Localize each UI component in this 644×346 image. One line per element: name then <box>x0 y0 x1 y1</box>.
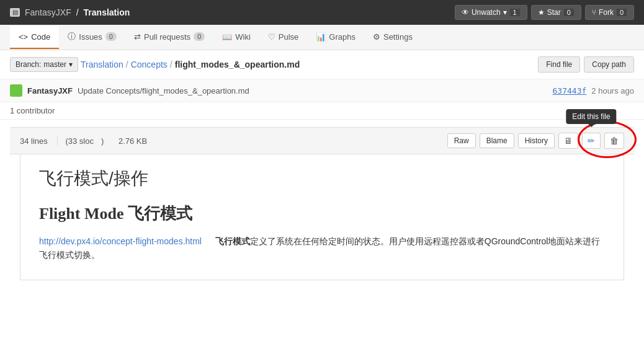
tab-graphs-label: Graphs <box>329 32 356 42</box>
chevron-down-icon: ▾ <box>69 60 73 69</box>
tab-pulse[interactable]: ♡ Pulse <box>259 26 308 49</box>
find-file-button[interactable]: Find file <box>538 56 580 73</box>
history-button[interactable]: History <box>518 133 555 148</box>
unwatch-button[interactable]: 👁 Unwatch ▾ 1 <box>455 5 527 20</box>
repo-name-link[interactable]: Translation <box>84 7 130 17</box>
fork-icon: ⑂ <box>592 8 596 17</box>
commit-bar: FantasyJXF Update Concepts/flight_modes_… <box>0 79 644 102</box>
blame-button[interactable]: Blame <box>480 133 514 148</box>
fork-count: 0 <box>616 8 627 17</box>
file-section: 34 lines (33 sloc) 2.76 KB Raw Blame His… <box>10 127 634 280</box>
avatar <box>10 84 22 97</box>
fork-button[interactable]: ⑂ Fork 0 <box>585 5 634 20</box>
delete-button[interactable]: 🗑 <box>604 133 624 149</box>
branch-label: Branch: <box>16 60 41 69</box>
unwatch-chevron-icon: ▾ <box>503 8 507 17</box>
tab-graphs[interactable]: 📊 Graphs <box>307 26 364 49</box>
commit-meta: 637443f 2 hours ago <box>553 86 634 95</box>
commit-sha[interactable]: 637443f <box>553 86 587 95</box>
repo-name: Translation <box>84 7 130 17</box>
star-count: 0 <box>563 8 575 17</box>
fork-label: Fork <box>599 8 614 17</box>
edit-tooltip: Edit this file <box>566 109 616 124</box>
edit-button-wrapper: ✏ Edit this file <box>582 133 601 149</box>
branch-selector[interactable]: Branch: master ▾ <box>10 57 78 72</box>
breadcrumb-bar: Branch: master ▾ Translation / Concepts … <box>0 50 644 79</box>
settings-icon: ⚙ <box>373 32 380 42</box>
repo-separator: / <box>76 7 79 17</box>
commit-time: 2 hours ago <box>591 86 634 95</box>
pulse-icon: ♡ <box>268 32 275 42</box>
star-button[interactable]: ★ Star 0 <box>531 5 581 20</box>
star-label: Star <box>547 8 561 17</box>
header-actions: 👁 Unwatch ▾ 1 ★ Star 0 ⑂ Fork 0 <box>455 5 634 20</box>
tab-settings[interactable]: ⚙ Settings <box>364 26 421 49</box>
file-header: 34 lines (33 sloc) 2.76 KB Raw Blame His… <box>10 127 634 154</box>
tab-issues-label: Issues <box>79 32 102 42</box>
tab-code[interactable]: <> Code <box>10 26 59 49</box>
issues-badge: 0 <box>105 32 117 41</box>
tab-pr-label: Pull requests <box>144 32 190 42</box>
issues-icon: ⓘ <box>68 31 76 42</box>
repo-owner: FantasyJXF <box>25 7 71 17</box>
unwatch-count: 1 <box>509 8 521 17</box>
edit-file-button[interactable]: ✏ <box>582 133 601 149</box>
tab-settings-label: Settings <box>383 32 413 42</box>
contributor-bar: 1 contributor <box>0 102 644 120</box>
wiki-icon: 📖 <box>222 32 232 42</box>
copy-path-button[interactable]: Copy path <box>584 56 634 73</box>
tab-wiki-label: Wiki <box>235 32 251 42</box>
page-header: ▤ FantasyJXF / Translation 👁 Unwatch ▾ 1… <box>0 0 644 25</box>
tab-wiki[interactable]: 📖 Wiki <box>213 26 259 49</box>
commit-message: Update Concepts/flight_modes_&_opeartion… <box>78 86 249 95</box>
star-icon: ★ <box>538 8 545 17</box>
raw-button[interactable]: Raw <box>447 133 476 148</box>
eye-icon: 👁 <box>462 8 469 17</box>
file-description-line: http://dev.px4.io/concept-flight-modes.h… <box>39 234 605 262</box>
nav-tabs: <> Code ⓘ Issues 0 ⇄ Pull requests 0 📖 W… <box>0 25 644 50</box>
file-chinese-title: 飞行模式/操作 <box>39 167 605 190</box>
pr-icon: ⇄ <box>134 32 141 42</box>
repo-icon: ▤ <box>10 8 20 17</box>
breadcrumb-concepts-link[interactable]: Concepts <box>131 60 168 69</box>
contributor-count: 1 contributor <box>10 106 55 115</box>
tab-pull-requests[interactable]: ⇄ Pull requests 0 <box>125 26 213 49</box>
commit-author[interactable]: FantasyJXF <box>27 86 73 95</box>
graphs-icon: 📊 <box>316 32 326 42</box>
content-bold-text: 飞行模式 <box>215 236 250 246</box>
code-icon: <> <box>19 32 28 42</box>
breadcrumb-translation-link[interactable]: Translation <box>81 60 123 69</box>
breadcrumb-sep-1: / <box>126 60 128 69</box>
file-sloc: (33 sloc) <box>57 136 104 146</box>
repo-title: ▤ FantasyJXF / Translation <box>10 7 130 17</box>
breadcrumb-current-file: flight_modes_&_opeartion.md <box>175 60 300 69</box>
breadcrumb: Branch: master ▾ Translation / Concepts … <box>10 57 300 72</box>
content-link[interactable]: http://dev.px4.io/concept-flight-modes.h… <box>39 236 202 246</box>
branch-name: master <box>43 60 66 69</box>
content-text-space <box>204 236 213 246</box>
file-actions: Raw Blame History 🖥 ✏ Edit this file 🗑 <box>447 133 624 149</box>
file-content: 飞行模式/操作 Flight Mode 飞行模式 http://dev.px4.… <box>20 154 624 280</box>
file-english-title: Flight Mode 飞行模式 <box>39 203 605 224</box>
unwatch-label: Unwatch <box>472 8 501 17</box>
tab-code-label: Code <box>31 32 50 42</box>
tab-pulse-label: Pulse <box>279 32 299 42</box>
breadcrumb-sep-2: / <box>170 60 172 69</box>
file-meta: 34 lines (33 sloc) 2.76 KB <box>20 136 154 146</box>
display-button[interactable]: 🖥 <box>558 133 578 149</box>
pr-badge: 0 <box>194 32 205 41</box>
breadcrumb-actions: Find file Copy path <box>538 56 634 73</box>
file-size: 2.76 KB <box>119 136 147 146</box>
repo-owner-link[interactable]: FantasyJXF <box>25 7 71 17</box>
file-lines: 34 lines <box>20 136 48 146</box>
commit-info: FantasyJXF Update Concepts/flight_modes_… <box>10 84 249 97</box>
tab-issues[interactable]: ⓘ Issues 0 <box>59 25 125 50</box>
